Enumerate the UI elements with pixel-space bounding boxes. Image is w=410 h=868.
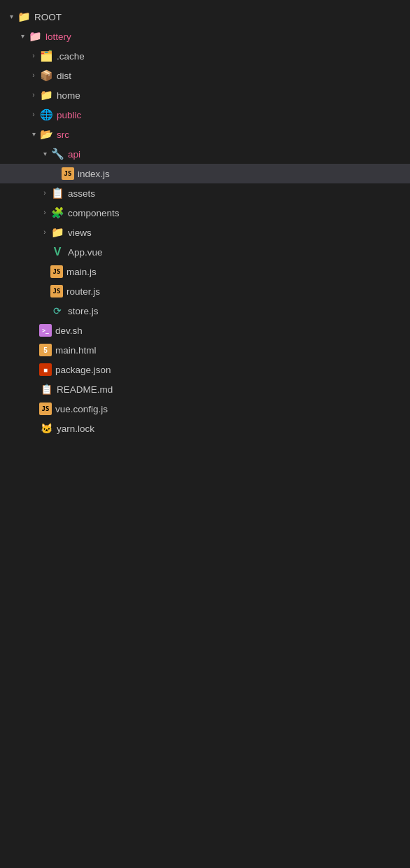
tree-item-views[interactable]: 📁 views: [0, 223, 410, 242]
tree-item-readme-md[interactable]: 📋 README.md: [0, 379, 410, 399]
tree-item-index-js[interactable]: JS index.js: [0, 164, 410, 183]
label-cache: .cache: [57, 51, 85, 62]
label-lottery: lottery: [45, 31, 71, 42]
tree-item-vue-config-js[interactable]: JS vue.config.js: [0, 399, 410, 419]
tree-item-api[interactable]: 🔧 api: [0, 144, 410, 164]
tree-item-store-js[interactable]: ⟳ store.js: [0, 301, 410, 321]
label-src: src: [57, 130, 69, 140]
tree-item-assets[interactable]: 📋 assets: [0, 183, 410, 203]
arrow-lottery[interactable]: [17, 31, 28, 42]
label-home: home: [57, 90, 80, 101]
label-package-json: package.json: [55, 365, 111, 375]
tree-item-components[interactable]: 🧩 components: [0, 203, 410, 223]
tree-item-main-html[interactable]: 5 main.html: [0, 340, 410, 360]
tree-item-router-js[interactable]: JS router.js: [0, 281, 410, 301]
arrow-api[interactable]: [39, 148, 50, 160]
tree-item-home[interactable]: 📁 home: [0, 85, 410, 105]
label-dist: dist: [57, 71, 71, 81]
tree-item-lottery[interactable]: 📁 lottery: [0, 27, 410, 46]
tree-item-yarn-lock[interactable]: 🐱 yarn.lock: [0, 419, 410, 438]
arrow-public[interactable]: [28, 109, 39, 120]
arrow-dist[interactable]: [28, 70, 39, 81]
label-views: views: [68, 227, 92, 238]
label-main-html: main.html: [55, 345, 97, 356]
label-vue-config-js: vue.config.js: [55, 404, 108, 414]
label-public: public: [57, 110, 81, 120]
label-api: api: [68, 149, 80, 160]
tree-item-dist[interactable]: 📦 dist: [0, 66, 410, 85]
tree-item-app-vue[interactable]: V App.vue: [0, 242, 410, 262]
tree-item-dev-sh[interactable]: >_ dev.sh: [0, 321, 410, 340]
arrow-cache[interactable]: [28, 50, 39, 62]
arrow-assets[interactable]: [39, 188, 50, 199]
tree-item-src[interactable]: 📂 src: [0, 125, 410, 144]
label-root: ROOT: [34, 12, 62, 22]
arrow-src[interactable]: [28, 129, 39, 140]
tree-item-public[interactable]: 🌐 public: [0, 105, 410, 125]
label-components: components: [68, 208, 120, 218]
tree-item-package-json[interactable]: ■ package.json: [0, 360, 410, 379]
arrow-components[interactable]: [39, 207, 50, 218]
label-router-js: router.js: [66, 286, 100, 297]
label-yarn-lock: yarn.lock: [57, 424, 94, 434]
file-tree: 📁 ROOT 📁 lottery 🗂️ .cache 📦 dist 📁 home…: [0, 0, 410, 445]
label-store-js: store.js: [68, 306, 99, 316]
arrow-home[interactable]: [28, 90, 39, 101]
arrow-views[interactable]: [39, 227, 50, 238]
label-dev-sh: dev.sh: [55, 326, 83, 336]
arrow-root[interactable]: [6, 11, 17, 22]
tree-item-root[interactable]: 📁 ROOT: [0, 7, 410, 27]
label-app-vue: App.vue: [68, 247, 103, 258]
label-main-js: main.js: [66, 267, 97, 277]
label-assets: assets: [68, 188, 95, 199]
label-readme-md: README.md: [57, 384, 113, 395]
tree-item-main-js[interactable]: JS main.js: [0, 262, 410, 281]
label-index-js: index.js: [78, 169, 110, 179]
tree-item-cache[interactable]: 🗂️ .cache: [0, 46, 410, 66]
